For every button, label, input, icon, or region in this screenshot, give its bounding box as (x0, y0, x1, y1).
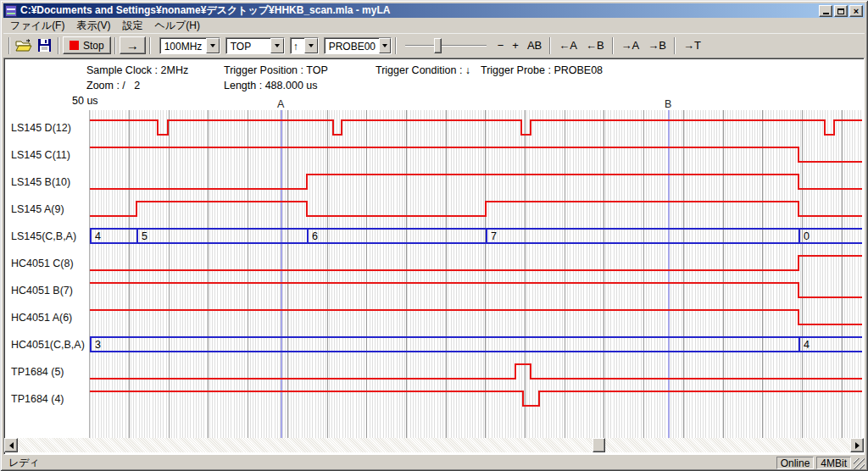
gridline-major (327, 110, 328, 438)
trace-edge (167, 119, 169, 136)
minimize-button[interactable] (819, 5, 832, 17)
goto-cursor-b-button[interactable]: ←B (581, 37, 609, 53)
gridline-major (208, 110, 209, 438)
dropdown-button[interactable] (206, 38, 220, 53)
trigger-position-select[interactable]: TOP (225, 37, 285, 54)
signal-label: LS145 B(10) (11, 176, 70, 189)
bus-value: 3 (95, 339, 101, 351)
trace-segment (136, 201, 307, 202)
bus-value: 4 (95, 230, 101, 242)
scroll-right-button[interactable] (850, 438, 864, 452)
trigger-position-value: TOP (226, 38, 254, 53)
scrollbar-thumb[interactable] (593, 438, 605, 452)
trace-segment (90, 391, 523, 392)
dropdown-button[interactable] (304, 38, 318, 53)
trace-segment (90, 309, 798, 311)
title-bar[interactable]: C:¥Documents and Settings¥noname¥デスクトップ¥… (3, 3, 865, 18)
trace-segment (539, 391, 862, 392)
set-cursor-a-button[interactable]: →A (617, 37, 644, 53)
signal-label: LS145(C,B,A) (11, 230, 76, 243)
floppy-disk-icon (37, 38, 52, 53)
save-button[interactable] (34, 36, 54, 55)
stop-button[interactable]: Stop (63, 36, 111, 54)
trace-segment (798, 324, 862, 325)
trace-edge (798, 201, 799, 217)
zoom-out-button[interactable]: − (493, 37, 509, 53)
window-controls: × (819, 5, 863, 17)
sample-clock-select[interactable]: 100MHz (159, 37, 220, 54)
chevron-down-icon (382, 44, 387, 50)
bus-boundary (486, 229, 487, 243)
trace-segment (798, 215, 862, 217)
open-file-button[interactable] (14, 36, 34, 55)
maximize-button[interactable] (834, 5, 848, 17)
maximize-icon (837, 8, 844, 14)
toolbar-separator (549, 37, 551, 54)
toolbar-separator (612, 37, 614, 54)
trace-edge (522, 391, 524, 407)
open-folder-icon (15, 39, 32, 53)
status-ready-text: レディ (3, 456, 774, 470)
chevron-down-icon (309, 44, 314, 50)
info-trigger-probe: Trigger Probe : PROBE08 (481, 64, 603, 76)
trace-segment (798, 188, 862, 190)
ab-button[interactable]: AB (523, 37, 546, 53)
menu-bar: ファイル(F) 表示(V) 設定 ヘルプ(H) (3, 18, 865, 33)
info-sample-clock: Sample Clock : 2MHz (86, 64, 188, 76)
gridline-major (802, 110, 803, 438)
run-button[interactable]: → (120, 36, 146, 54)
trace-edge (798, 174, 799, 190)
stop-icon (70, 41, 79, 50)
set-cursor-b-button[interactable]: →B (643, 37, 670, 53)
timescale-label: 50 us (72, 95, 98, 107)
bus-bottom-line (90, 242, 862, 244)
run-arrow-icon: → (126, 38, 139, 53)
menu-item-view[interactable]: 表示(V) (70, 18, 116, 34)
info-trigger-position: Trigger Position : TOP (224, 64, 328, 76)
cursor-label-a: A (277, 98, 284, 110)
gridline-major (406, 110, 407, 438)
app-icon (5, 5, 17, 17)
signal-label: HC4051 C(8) (11, 258, 74, 270)
close-button[interactable]: × (849, 5, 863, 17)
trace-segment (90, 282, 798, 284)
menu-item-settings[interactable]: 設定 (116, 18, 148, 34)
resize-grip[interactable] (854, 458, 865, 469)
signal-label: TP1684 (4) (11, 393, 64, 406)
toolbar: Stop → 100MHz TOP ↑ PROBE00 − + AB (3, 33, 865, 57)
cursor-line-b[interactable] (668, 110, 670, 438)
trace-edge (485, 201, 487, 217)
scroll-left-button[interactable] (4, 438, 18, 452)
goto-cursor-a-button[interactable]: ←A (554, 37, 581, 53)
trigger-edge-select[interactable]: ↑ (290, 37, 319, 54)
stop-label: Stop (83, 40, 104, 52)
trace-segment (342, 119, 521, 121)
toolbar-separator (58, 37, 59, 54)
menu-item-help[interactable]: ヘルプ(H) (148, 18, 206, 34)
bus-value: 4 (804, 339, 810, 351)
waveform-plot[interactable]: AB4567034 (89, 110, 861, 438)
trace-segment (486, 201, 798, 202)
gridline-major (287, 110, 288, 438)
trigger-edge-value: ↑ (291, 38, 302, 53)
trace-edge (515, 363, 516, 380)
gridline-major (565, 110, 565, 438)
zoom-slider[interactable] (405, 37, 487, 54)
zoom-in-button[interactable]: + (508, 37, 523, 53)
trace-segment (307, 215, 486, 217)
dropdown-button[interactable] (379, 38, 391, 53)
horizontal-scrollbar[interactable] (4, 438, 864, 452)
menu-item-file[interactable]: ファイル(F) (4, 18, 70, 34)
triangle-left-icon (6, 442, 14, 449)
trace-segment (90, 269, 798, 271)
slider-thumb[interactable] (434, 38, 442, 53)
trigger-probe-select[interactable]: PROBE00 (324, 37, 392, 54)
signal-label: LS145 A(9) (11, 203, 64, 216)
dropdown-button[interactable] (270, 38, 284, 53)
goto-trigger-button[interactable]: →T (679, 37, 705, 53)
signal-label: LS145 D(12) (11, 122, 71, 135)
bus-top-line (90, 228, 862, 230)
gridline-major (643, 110, 644, 438)
toolbar-separator (114, 37, 116, 54)
cursor-line-a[interactable] (281, 110, 282, 438)
